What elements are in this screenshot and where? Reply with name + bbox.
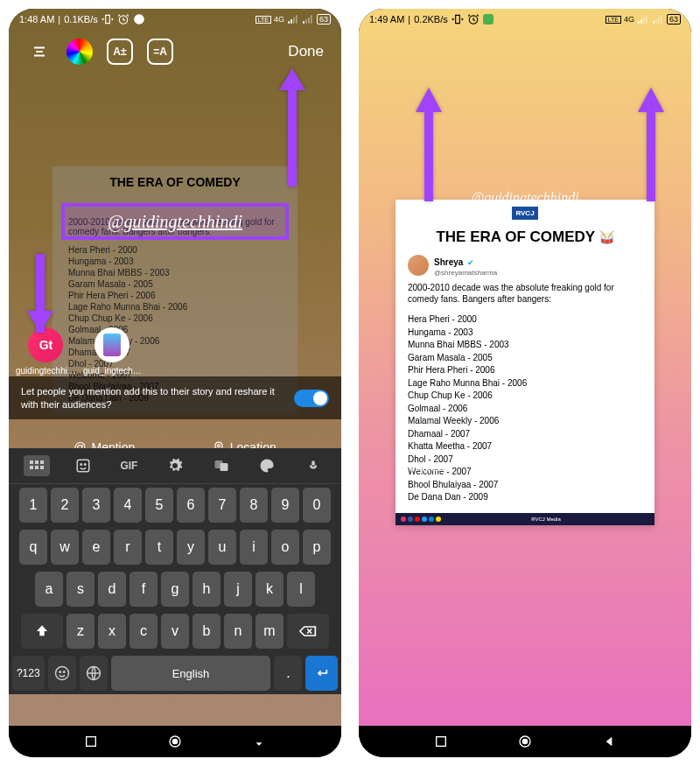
key-0[interactable]: 0 <box>303 488 331 523</box>
text-format-button[interactable]: =A <box>147 39 173 65</box>
movie-item: Garam Masala - 2005 <box>61 279 289 289</box>
backspace-key[interactable] <box>287 614 329 649</box>
key-p[interactable]: p <box>303 530 331 565</box>
back-button[interactable] <box>602 734 616 748</box>
emoji-key[interactable] <box>48 656 76 691</box>
period-key[interactable]: . <box>274 656 302 691</box>
key-d[interactable]: d <box>98 572 126 607</box>
color-picker-button[interactable] <box>66 39 93 65</box>
embedded-post[interactable]: RVCJ THE ERA OF COMEDY 🥁 Shreya ✔ @shrey… <box>396 200 654 525</box>
key-o[interactable]: o <box>271 530 299 565</box>
key-h[interactable]: h <box>192 572 220 607</box>
movie-item: Munna Bhai MBBS - 2003 <box>408 339 642 352</box>
key-5[interactable]: 5 <box>145 488 173 523</box>
shift-key[interactable] <box>21 614 63 649</box>
key-k[interactable]: k <box>256 572 284 607</box>
key-r[interactable]: r <box>114 530 142 565</box>
key-u[interactable]: u <box>208 530 236 565</box>
home-button[interactable] <box>518 734 532 748</box>
mention-text-highlight[interactable]: @guidingtechhindi <box>61 203 289 240</box>
key-7[interactable]: 7 <box>208 488 236 523</box>
key-v[interactable]: v <box>161 614 189 649</box>
keyboard-mic-icon[interactable] <box>300 455 326 476</box>
svg-rect-7 <box>77 460 89 472</box>
key-n[interactable]: n <box>224 614 252 649</box>
key-4[interactable]: 4 <box>114 488 142 523</box>
signal-icon <box>637 13 649 25</box>
key-8[interactable]: 8 <box>240 488 268 523</box>
align-button[interactable] <box>26 39 52 65</box>
done-button[interactable]: Done <box>288 43 324 60</box>
key-6[interactable]: 6 <box>177 488 205 523</box>
key-3[interactable]: 3 <box>82 488 110 523</box>
signal-icon <box>302 13 314 25</box>
post-account-handle[interactable]: @rvcj.insta <box>396 461 448 474</box>
svg-rect-18 <box>87 737 96 747</box>
recents-button[interactable] <box>434 734 448 748</box>
annotation-arrow <box>634 88 668 205</box>
status-left: 1:48 AM | 0.1KB/s <box>19 13 145 25</box>
key-i[interactable]: i <box>240 530 268 565</box>
home-button[interactable] <box>168 734 182 748</box>
key-c[interactable]: c <box>130 614 158 649</box>
keyboard-grid-icon[interactable] <box>24 455 50 476</box>
key-e[interactable]: e <box>82 530 110 565</box>
key-f[interactable]: f <box>130 572 158 607</box>
keyboard-hide-button[interactable] <box>252 734 266 748</box>
svg-point-12 <box>55 667 68 680</box>
keyboard-translate-icon[interactable] <box>208 455 234 476</box>
key-g[interactable]: g <box>161 572 189 607</box>
mention-chip-2[interactable]: guid_ingtech… <box>83 327 142 376</box>
vibrate-icon <box>452 13 464 25</box>
language-key[interactable] <box>80 656 108 691</box>
footer-brand: RVCJ Media <box>531 517 561 522</box>
key-b[interactable]: b <box>192 614 220 649</box>
app-icon <box>133 13 145 25</box>
key-s[interactable]: s <box>66 572 94 607</box>
symbols-key[interactable]: ?123 <box>12 656 45 691</box>
svg-rect-6 <box>40 466 44 469</box>
enter-key[interactable] <box>305 656 338 691</box>
key-2[interactable]: 2 <box>51 488 79 523</box>
recents-button[interactable] <box>84 734 98 748</box>
reshare-toggle-row: Let people you mention add this to their… <box>9 376 341 419</box>
svg-point-9 <box>84 464 86 466</box>
post-title: THE ERA OF COMEDY 🥁 <box>396 223 654 251</box>
svg-point-14 <box>63 671 65 673</box>
key-j[interactable]: j <box>224 572 252 607</box>
post-footer: RVCJ Media <box>396 513 654 525</box>
status-bar: 1:49 AM | 0.2KB/s LTE 4G 63 <box>359 9 691 30</box>
key-t[interactable]: t <box>145 530 173 565</box>
keyboard-sticker-icon[interactable] <box>70 455 96 476</box>
status-bar: 1:48 AM | 0.1KB/s LTE 4G 63 <box>9 9 341 30</box>
key-w[interactable]: w <box>51 530 79 565</box>
vibrate-icon <box>102 13 114 25</box>
keyboard: GIF 1234567890 qwertyuiop asdfghjkl <box>9 448 341 694</box>
annotation-arrow <box>23 245 58 336</box>
mention-text[interactable]: @guidingtechhindi <box>108 212 242 232</box>
keyboard-settings-icon[interactable] <box>162 455 188 476</box>
movie-item: Hera Pheri - 2000 <box>61 245 289 255</box>
key-row-3: zxcvbnm <box>9 610 341 652</box>
keyboard-palette-icon[interactable] <box>254 455 280 476</box>
key-9[interactable]: 9 <box>271 488 299 523</box>
network-label: 4G <box>624 15 634 24</box>
key-l[interactable]: l <box>287 572 315 607</box>
key-1[interactable]: 1 <box>19 488 47 523</box>
data-speed: 0.1KB/s <box>64 14 98 25</box>
text-size-button[interactable]: A± <box>107 39 133 65</box>
rvcj-logo: RVCJ <box>512 207 537 220</box>
key-a[interactable]: a <box>35 572 63 607</box>
key-row-1: qwertyuiop <box>9 526 341 568</box>
keyboard-gif-button[interactable]: GIF <box>116 455 142 476</box>
key-y[interactable]: y <box>177 530 205 565</box>
key-q[interactable]: q <box>19 530 47 565</box>
reshare-toggle[interactable] <box>294 390 329 407</box>
status-right: LTE 4G 63 <box>606 13 681 25</box>
key-x[interactable]: x <box>98 614 126 649</box>
key-m[interactable]: m <box>256 614 284 649</box>
key-z[interactable]: z <box>66 614 94 649</box>
spacebar[interactable]: English <box>111 656 271 691</box>
movie-item: Phir Hera Pheri - 2006 <box>61 291 289 300</box>
app-icon <box>483 14 494 25</box>
